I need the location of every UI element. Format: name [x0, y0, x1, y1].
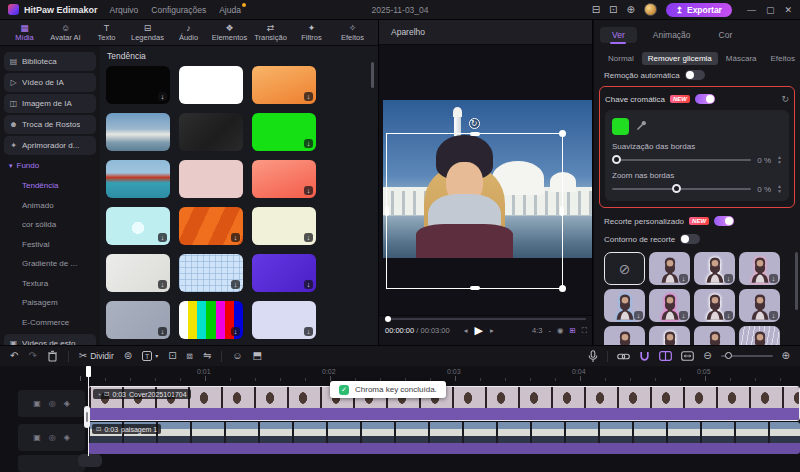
split-view-icon[interactable]: [659, 351, 672, 361]
preview-zoom-selector[interactable]: -: [548, 326, 551, 335]
split-button[interactable]: ✂ Dividir: [79, 351, 114, 361]
timeline-ruler[interactable]: 0:010:020:030:040:05: [0, 366, 800, 381]
background-thumb-pink[interactable]: [179, 160, 243, 198]
download-icon[interactable]: ↓: [679, 311, 688, 320]
inspector-subtab-efeitos[interactable]: Efeitos: [765, 52, 800, 65]
sidebar-sub-tende-ncia[interactable]: Tendência: [0, 176, 100, 196]
track-hide-icon-2[interactable]: ◎: [49, 433, 56, 442]
feedback-icon[interactable]: ⊡: [609, 5, 617, 15]
outline-style-5[interactable]: ↓: [649, 289, 690, 322]
background-thumb-cream[interactable]: ↓: [252, 207, 316, 245]
ribbon-tab-avatar-ai[interactable]: ☺Avatar AI: [45, 23, 86, 42]
auto-removal-toggle[interactable]: [685, 70, 705, 80]
inspector-scrollbar[interactable]: [795, 252, 798, 310]
inspector-subtab-remover-glicemia[interactable]: Remover glicemia: [642, 52, 718, 65]
clip-trim-handle[interactable]: [84, 406, 90, 428]
grid-overlay-icon[interactable]: ⊞: [569, 326, 575, 335]
ribbon-tab-texto[interactable]: TTexto: [86, 23, 127, 42]
preview-progress-bar[interactable]: [385, 318, 586, 320]
flip-icon[interactable]: ⇋: [203, 351, 211, 361]
previous-frame-icon[interactable]: ◂: [464, 326, 468, 335]
export-frame-icon[interactable]: ⧈: [187, 351, 193, 361]
undo-icon[interactable]: ↶: [10, 351, 18, 361]
play-icon[interactable]: ▶: [474, 324, 482, 337]
inspector-tab-animac-a-o[interactable]: Animação: [641, 27, 703, 43]
background-thumb-orange-pattern[interactable]: ↓: [179, 207, 243, 245]
magnet-snap-icon[interactable]: [639, 351, 650, 362]
track-lock-icon-2[interactable]: ◈: [64, 433, 70, 442]
download-icon[interactable]: ↓: [158, 327, 167, 336]
inspector-subtab-ma-scara[interactable]: Máscara: [720, 52, 763, 65]
outline-style-1[interactable]: ↓: [649, 252, 690, 285]
sidebar-sub-e-commerce[interactable]: E-Commerce: [0, 313, 100, 333]
text-tool-icon[interactable]: T▾: [142, 351, 158, 361]
crop-icon[interactable]: ⊡: [168, 351, 176, 361]
link-clips-icon[interactable]: [617, 352, 630, 361]
sidebar-sub-gradiente-de[interactable]: Gradiente de ...: [0, 254, 100, 274]
progress-knob[interactable]: [385, 316, 391, 322]
rotate-handle-icon[interactable]: ↻: [469, 118, 480, 129]
download-icon[interactable]: ↓: [304, 327, 313, 336]
ribbon-tab-a-udio[interactable]: ♪Áudio: [168, 23, 209, 42]
edge-zoom-stepper[interactable]: ▲▼: [777, 184, 782, 194]
download-icon[interactable]: ↓: [231, 327, 240, 336]
background-thumb-tv-color-bars[interactable]: ↓: [179, 301, 243, 339]
ribbon-tab-legendas[interactable]: ⊟Legendas: [127, 23, 168, 42]
download-icon[interactable]: ↓: [724, 311, 733, 320]
edge-handle-left[interactable]: [385, 206, 389, 216]
zoom-in-icon[interactable]: ⊕: [782, 351, 790, 361]
key-color-swatch[interactable]: [612, 118, 629, 135]
background-thumb-dark-texture[interactable]: [179, 113, 243, 151]
microphone-icon[interactable]: [588, 350, 598, 363]
layout-panels-icon[interactable]: ⊟: [592, 5, 600, 15]
eyedropper-icon[interactable]: [636, 120, 647, 133]
preview-viewport[interactable]: ↻: [379, 45, 592, 315]
next-frame-icon[interactable]: ▸: [490, 326, 494, 335]
timeline-clip-background[interactable]: ⊡ 0:03 paisagem 1: [88, 422, 800, 454]
delete-icon[interactable]: [47, 350, 58, 362]
fullscreen-icon[interactable]: ⛶: [582, 326, 587, 336]
ribbon-tab-filtros[interactable]: ✦Filtros: [291, 23, 332, 42]
background-thumb-blue-grid[interactable]: ↓: [179, 254, 243, 292]
download-icon[interactable]: ↓: [304, 233, 313, 242]
outline-style-4[interactable]: ↓: [604, 289, 645, 322]
track-collapse-button[interactable]: [78, 454, 102, 467]
track-type-icon-2[interactable]: ▣: [33, 433, 41, 442]
download-icon[interactable]: ↓: [304, 139, 313, 148]
download-icon[interactable]: ↓: [304, 92, 313, 101]
download-icon[interactable]: ↓: [231, 280, 240, 289]
custom-crop-toggle[interactable]: [714, 216, 734, 226]
chroma-key-toggle[interactable]: [695, 94, 715, 104]
ribbon-tab-elementos[interactable]: ❖Elementos: [209, 23, 250, 42]
background-thumb-lavender[interactable]: ↓: [252, 301, 316, 339]
zoom-slider-knob[interactable]: [725, 352, 732, 359]
reset-icon[interactable]: ↻: [781, 94, 789, 104]
outline-style-6[interactable]: ↓: [694, 289, 735, 322]
background-thumb-orange-gradient[interactable]: ↓: [252, 66, 316, 104]
corner-handle-top-right[interactable]: [559, 130, 566, 137]
track-type-icon[interactable]: ▣: [33, 399, 41, 408]
downloads-icon[interactable]: ⊕: [626, 5, 634, 15]
media-scrollbar[interactable]: [371, 62, 374, 88]
zoom-out-icon[interactable]: ⊖: [703, 351, 711, 361]
selection-box[interactable]: ↻: [386, 133, 563, 289]
sidebar-item-vi-deos-de-esto[interactable]: ▣Vídeos de esto...: [4, 334, 96, 345]
background-thumb-mosque-photo[interactable]: [106, 113, 170, 151]
outline-style-2[interactable]: ↓: [694, 252, 735, 285]
download-icon[interactable]: ↓: [304, 280, 313, 289]
background-thumb-paper-texture[interactable]: ↓: [106, 254, 170, 292]
track-lock-icon[interactable]: ◈: [64, 399, 70, 408]
outline-style-none[interactable]: ⊘: [604, 252, 645, 285]
menu-arquivo[interactable]: Arquivo: [110, 5, 139, 15]
crop-outline-toggle[interactable]: [680, 234, 700, 244]
redo-icon[interactable]: ↷: [28, 351, 36, 361]
outline-style-8[interactable]: ↓: [604, 326, 645, 345]
download-icon[interactable]: ↓: [231, 233, 240, 242]
background-thumb-purple[interactable]: ↓: [252, 254, 316, 292]
sidebar-item-aprimorador-d[interactable]: ✦Aprimorador d...: [4, 136, 96, 155]
background-thumb-chroma-green[interactable]: ↓: [252, 113, 316, 151]
background-thumb-gray-fabric[interactable]: ↓: [106, 301, 170, 339]
outline-style-7[interactable]: ↓: [739, 289, 780, 322]
outline-style-9[interactable]: ↓: [649, 326, 690, 345]
export-button[interactable]: ↥Exportar: [666, 3, 732, 17]
